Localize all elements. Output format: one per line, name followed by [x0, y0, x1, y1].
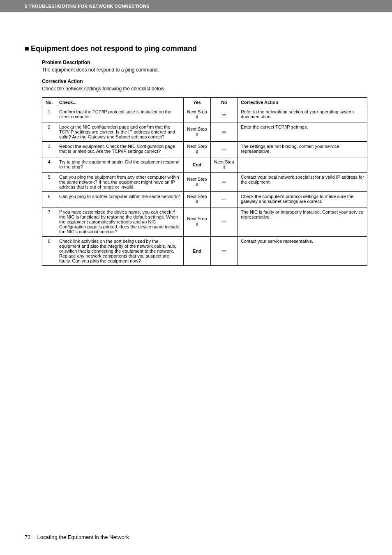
checklist-table: No. Check... Yes No Corrective Action 1C… [42, 97, 367, 266]
cell-yes: Next Step⇩ [184, 107, 211, 122]
cell-yes: Next Step⇩ [184, 207, 211, 236]
cell-no-col: Next Step⇩ [211, 157, 238, 172]
section-title-text: Equipment does not respond to ping comma… [31, 44, 197, 53]
cell-no-col: ⇨ [211, 173, 238, 192]
cell-check: Look at the NIC configuration page and c… [56, 122, 184, 142]
cell-action [238, 157, 367, 172]
cell-action: Contact your local network specialist fo… [238, 173, 367, 192]
cell-no: 3 [42, 142, 56, 157]
cell-no-col: ⇨ [211, 207, 238, 236]
arrow-right-icon: ⇨ [222, 197, 226, 202]
problem-heading: Problem Description [42, 60, 367, 65]
arrow-right-icon: ⇨ [222, 248, 226, 253]
page-footer: 72Locating the Equipment in the Network [25, 534, 129, 540]
cell-yes: End [184, 157, 211, 172]
cell-no-col: ⇨ [211, 142, 238, 157]
cell-check: Confirm that the TCP/IP protocol suite i… [56, 107, 184, 122]
table-row: 5Can you ping the equipment from any oth… [42, 173, 367, 192]
page-header-bar: 6 TROUBLESHOOTING FOR NETWORK CONNECTION… [0, 0, 392, 12]
arrow-down-icon: ⇩ [195, 150, 199, 154]
header-yes: Yes [184, 98, 211, 107]
cell-check: Try to ping the equipment again. Did the… [56, 157, 184, 172]
arrow-right-icon: ⇨ [222, 129, 226, 134]
arrow-down-icon: ⇩ [195, 115, 199, 120]
arrow-right-icon: ⇨ [222, 147, 226, 152]
arrow-right-icon: ⇨ [222, 180, 226, 184]
next-step-label: Next Step⇩ [187, 127, 207, 137]
footer-text: Locating the Equipment in the Network [37, 534, 129, 540]
arrow-down-icon: ⇩ [222, 165, 226, 170]
cell-no: 6 [42, 192, 56, 207]
cell-no: 8 [42, 236, 56, 265]
cell-action: Check the computer's protocol settings t… [238, 192, 367, 207]
header-no-col: No [211, 98, 238, 107]
cell-yes: Next Step⇩ [184, 173, 211, 192]
cell-check: Reboot the equipment. Check the NIC Conf… [56, 142, 184, 157]
header-check: Check... [56, 98, 184, 107]
end-label: End [193, 249, 201, 253]
header-no: No. [42, 98, 56, 107]
problem-description-block: Problem Description The equipment does n… [42, 60, 367, 73]
arrow-down-icon: ⇩ [195, 222, 199, 227]
cell-check: If you have customized the device name, … [56, 207, 184, 236]
arrow-right-icon: ⇨ [222, 112, 226, 117]
next-step-label: Next Step⇩ [187, 144, 207, 154]
cell-no-col: ⇨ [211, 236, 238, 265]
next-step-label: Next Step⇩ [187, 109, 207, 120]
cell-check: Check link activities on the port being … [56, 236, 184, 265]
cell-yes: Next Step⇩ [184, 142, 211, 157]
square-bullet-icon: ■ [25, 44, 29, 53]
end-label: End [193, 162, 201, 167]
next-step-label: Next Step⇩ [214, 159, 234, 170]
problem-text: The equipment does not respond to a ping… [42, 67, 367, 73]
cell-no: 4 [42, 157, 56, 172]
header-action: Corrective Action [238, 98, 367, 107]
corrective-text: Check the network settings following the… [42, 86, 367, 92]
cell-no-col: ⇨ [211, 107, 238, 122]
cell-yes: Next Step⇩ [184, 192, 211, 207]
cell-action: The settings are not binding, contact yo… [238, 142, 367, 157]
arrow-down-icon: ⇩ [195, 182, 199, 187]
arrow-right-icon: ⇨ [222, 219, 226, 224]
cell-check: Can you ping to another computer within … [56, 192, 184, 207]
next-step-label: Next Step⇩ [187, 177, 207, 187]
section-title: ■Equipment does not respond to ping comm… [25, 44, 367, 53]
arrow-down-icon: ⇩ [195, 199, 199, 204]
cell-no: 2 [42, 122, 56, 142]
next-step-label: Next Step⇩ [187, 216, 207, 227]
cell-yes: End [184, 236, 211, 265]
cell-no: 7 [42, 207, 56, 236]
cell-action: Enter the correct TCP/IP settings. [238, 122, 367, 142]
table-row: 7If you have customized the device name,… [42, 207, 367, 236]
table-row: 6Can you ping to another computer within… [42, 192, 367, 207]
cell-check: Can you ping the equipment from any othe… [56, 173, 184, 192]
next-step-label: Next Step⇩ [187, 194, 207, 205]
cell-action: The NIC is faulty or improperly installe… [238, 207, 367, 236]
table-header-row: No. Check... Yes No Corrective Action [42, 98, 367, 107]
cell-no-col: ⇨ [211, 192, 238, 207]
cell-action: Contact your service representative. [238, 236, 367, 265]
page-content: ■Equipment does not respond to ping comm… [0, 12, 392, 266]
table-row: 8Check link activities on the port being… [42, 236, 367, 265]
cell-no: 5 [42, 173, 56, 192]
corrective-action-block: Corrective Action Check the network sett… [42, 78, 367, 92]
table-row: 2Look at the NIC configuration page and … [42, 122, 367, 142]
checklist-table-wrapper: No. Check... Yes No Corrective Action 1C… [42, 97, 367, 266]
table-row: 3Reboot the equipment. Check the NIC Con… [42, 142, 367, 157]
cell-action: Refer to the networking section of your … [238, 107, 367, 122]
cell-yes: Next Step⇩ [184, 122, 211, 142]
header-text: 6 TROUBLESHOOTING FOR NETWORK CONNECTION… [25, 4, 150, 9]
cell-no: 1 [42, 107, 56, 122]
cell-no-col: ⇨ [211, 122, 238, 142]
arrow-down-icon: ⇩ [195, 132, 199, 137]
page-number: 72 [25, 534, 30, 540]
table-row: 4Try to ping the equipment again. Did th… [42, 157, 367, 172]
corrective-heading: Corrective Action [42, 78, 367, 84]
table-row: 1Confirm that the TCP/IP protocol suite … [42, 107, 367, 122]
